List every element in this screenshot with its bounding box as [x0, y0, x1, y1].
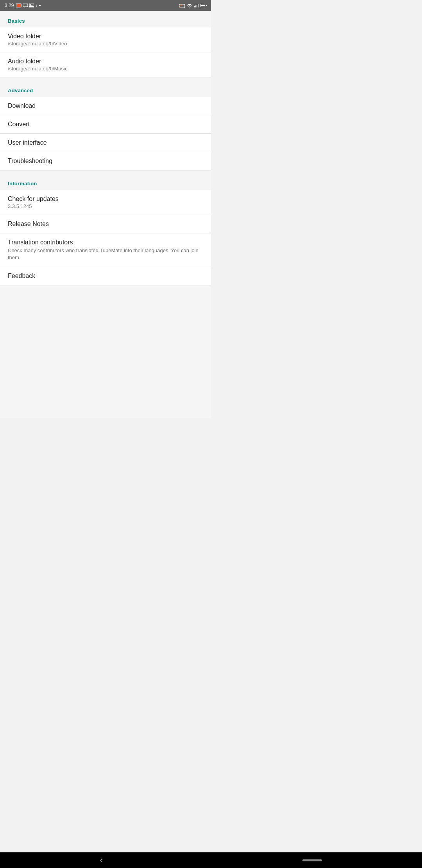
troubleshooting-title: Troubleshooting — [8, 158, 203, 165]
release-notes-item[interactable]: Release Notes — [0, 215, 211, 233]
advanced-header-label: Advanced — [8, 88, 33, 93]
translation-contributors-title: Translation contributors — [8, 239, 203, 246]
photo-frame-icon — [29, 4, 34, 7]
message-icon — [23, 4, 28, 7]
notification-dot — [39, 5, 41, 6]
check-updates-version: 3.3.5.1245 — [8, 203, 203, 209]
feedback-title: Feedback — [8, 273, 203, 280]
signal-icon — [194, 4, 198, 7]
release-notes-title: Release Notes — [8, 221, 203, 228]
video-folder-subtitle: /storage/emulated/0/Video — [8, 41, 203, 47]
status-bar: 3:29 ↓ — [0, 0, 211, 11]
audio-folder-subtitle: /storage/emulated/0/Music — [8, 66, 203, 72]
video-folder-title: Video folder — [8, 33, 203, 40]
feedback-item[interactable]: Feedback — [0, 267, 211, 285]
advanced-section-header: Advanced — [0, 81, 211, 97]
settings-content: Basics Video folder /storage/emulated/0/… — [0, 11, 211, 418]
video-folder-item[interactable]: Video folder /storage/emulated/0/Video — [0, 27, 211, 52]
check-updates-item[interactable]: Check for updates 3.3.5.1245 — [0, 190, 211, 215]
user-interface-item[interactable]: User interface — [0, 134, 211, 152]
status-left: 3:29 ↓ — [5, 3, 41, 8]
status-time: 3:29 — [5, 3, 14, 8]
convert-title: Convert — [8, 121, 203, 128]
download-icon: ↓ — [36, 4, 38, 8]
svg-rect-0 — [23, 4, 28, 7]
cast-icon — [179, 4, 185, 8]
wifi-icon — [187, 4, 192, 8]
user-interface-title: User interface — [8, 139, 203, 146]
information-header-label: Information — [8, 181, 37, 187]
status-icons: ↓ — [16, 4, 41, 8]
audio-folder-item[interactable]: Audio folder /storage/emulated/0/Music — [0, 52, 211, 77]
audio-folder-title: Audio folder — [8, 58, 203, 65]
translation-contributors-item[interactable]: Translation contributors Check many cont… — [0, 233, 211, 267]
translation-contributors-desc: Check many contributors who translated T… — [8, 247, 203, 261]
troubleshooting-item[interactable]: Troubleshooting — [0, 152, 211, 170]
download-title: Download — [8, 102, 203, 109]
download-item[interactable]: Download — [0, 97, 211, 115]
svg-point-4 — [179, 7, 180, 8]
status-right — [179, 4, 206, 8]
battery-icon — [200, 4, 206, 7]
convert-item[interactable]: Convert — [0, 115, 211, 134]
basics-header-label: Basics — [8, 18, 25, 24]
information-section-header: Information — [0, 174, 211, 190]
check-updates-title: Check for updates — [8, 195, 203, 203]
basics-section-header: Basics — [0, 11, 211, 27]
screen-record-icon — [16, 4, 21, 7]
